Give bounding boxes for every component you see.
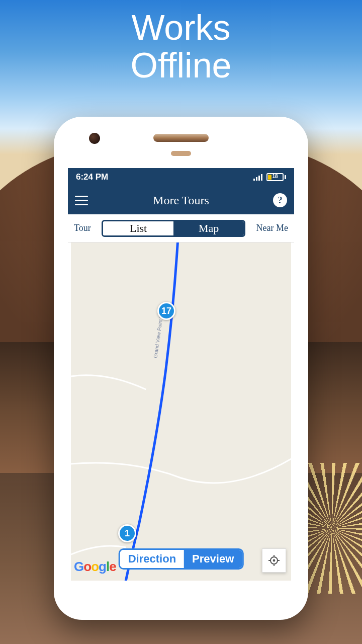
camera-dot-icon [89,133,100,144]
map-marker-17[interactable]: 17 [157,302,175,320]
menu-icon[interactable] [75,196,88,205]
seg-map[interactable]: Map [173,221,244,235]
filter-subbar: Tour List Map Near Me [68,214,294,243]
app-header: More Tours ? [68,186,294,214]
hero-line-1: Works [0,9,362,47]
svg-point-1 [273,559,276,562]
status-time: 6:24 PM [76,172,108,182]
battery-percent: 18 [267,174,283,179]
cell-signal-icon [253,174,262,181]
google-attribution: Google [74,559,116,575]
map-svg: Grand View Point Rd [71,243,291,581]
help-icon[interactable]: ? [273,193,287,207]
tour-link[interactable]: Tour [74,223,91,233]
preview-button[interactable]: Preview [184,550,242,568]
locate-me-button[interactable] [262,548,286,573]
list-map-toggle: List Map [102,220,245,237]
battery-icon: 18 [266,173,286,181]
map-canvas[interactable]: Grand View Point Rd 17 1 Direction Previ… [71,243,291,581]
promo-backdrop: Works Offline 6:24 PM 18 [0,0,362,644]
hero-line-2: Offline [0,47,362,85]
status-bar: 6:24 PM 18 [68,168,294,186]
sensor-icon [171,151,191,156]
hero-headline: Works Offline [0,9,362,85]
page-title: More Tours [153,194,209,207]
route-action-pill: Direction Preview [119,548,244,570]
direction-button[interactable]: Direction [120,550,184,568]
speaker-icon [153,134,209,142]
crosshair-icon [268,554,280,567]
map-marker-1[interactable]: 1 [118,524,136,542]
phone-screen: 6:24 PM 18 More Tours ? [68,168,294,584]
seg-list[interactable]: List [103,221,173,235]
near-me-link[interactable]: Near Me [256,223,288,233]
phone-frame: 6:24 PM 18 More Tours ? [54,117,308,620]
